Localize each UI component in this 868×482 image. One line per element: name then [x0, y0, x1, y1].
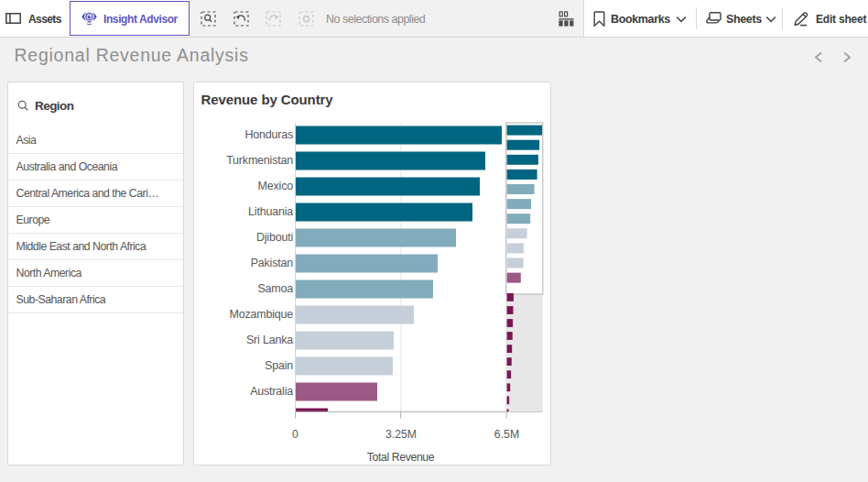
svg-text:Turkmenistan: Turkmenistan — [226, 154, 293, 167]
svg-text:Samoa: Samoa — [257, 282, 293, 295]
svg-text:0: 0 — [292, 428, 298, 441]
svg-text:Total Revenue: Total Revenue — [367, 451, 435, 464]
svg-text:Lithuania: Lithuania — [248, 205, 293, 218]
svg-text:Revenue by Country: Revenue by Country — [201, 92, 334, 107]
svg-text:Pakistan: Pakistan — [251, 257, 294, 269]
svg-text:6.5M: 6.5M — [494, 428, 519, 441]
svg-text:Mozambique: Mozambique — [229, 308, 293, 321]
svg-text:Mexico: Mexico — [258, 180, 294, 192]
svg-text:3.25M: 3.25M — [385, 428, 417, 441]
svg-text:Sri Lanka: Sri Lanka — [246, 334, 293, 346]
svg-text:Honduras: Honduras — [244, 128, 293, 141]
svg-text:Spain: Spain — [265, 359, 293, 372]
svg-text:Australia: Australia — [250, 385, 293, 398]
svg-text:Djibouti: Djibouti — [256, 231, 293, 244]
